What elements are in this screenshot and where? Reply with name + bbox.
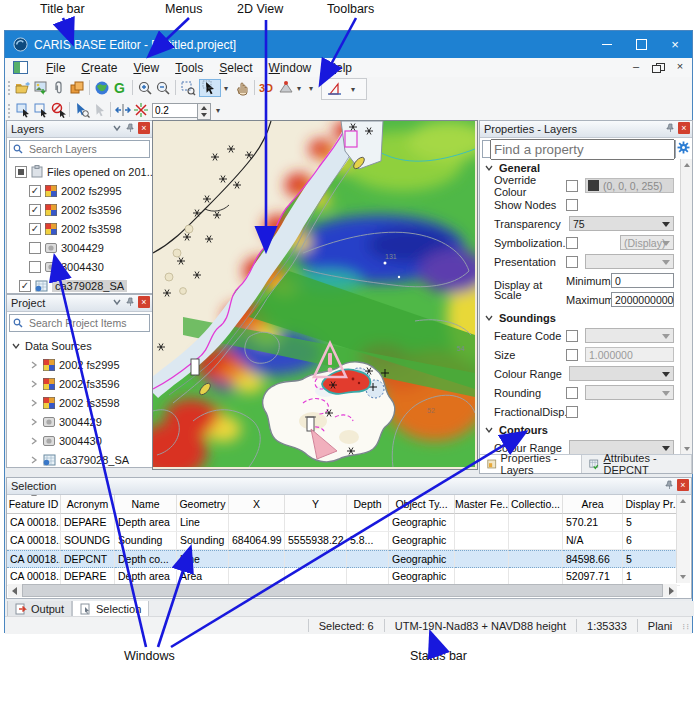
column-header[interactable]: X	[229, 495, 285, 514]
scroll-up-arrow[interactable]	[677, 495, 688, 507]
column-header[interactable]: Collectio...	[509, 495, 563, 514]
layer-row[interactable]: 3004430	[7, 257, 152, 276]
tolerance-input[interactable]	[152, 103, 200, 118]
symbolization-checkbox[interactable]	[566, 237, 578, 249]
menu-file[interactable]: File	[38, 59, 73, 77]
minimum-input[interactable]: 0	[611, 273, 674, 288]
project-item-label[interactable]: 3004430	[59, 435, 102, 447]
layer-row[interactable]: 2002 fs2995	[7, 181, 152, 200]
mdi-restore-button[interactable]	[652, 60, 664, 72]
chevron-down-icon[interactable]	[484, 425, 494, 435]
project-item-row[interactable]: 2002 fs3598	[7, 393, 152, 412]
pin-icon[interactable]	[664, 480, 674, 490]
chevron-right-icon[interactable]	[29, 379, 39, 389]
chevron-right-icon[interactable]	[29, 417, 39, 427]
menu-view[interactable]: View	[125, 59, 167, 77]
select-tool-button[interactable]	[199, 79, 221, 97]
map-2d-view[interactable]: 131 54 52	[152, 120, 478, 470]
zoom-out-button[interactable]	[154, 79, 172, 97]
scroll-up-arrow[interactable]	[681, 159, 692, 171]
project-item-label[interactable]: 2002 fs3598	[59, 397, 120, 409]
profile-tool-dropdown[interactable]: ▾	[294, 79, 304, 97]
rounding-checkbox[interactable]	[566, 387, 578, 399]
project-item-row[interactable]: 3004430	[7, 431, 152, 450]
flip-selection-button[interactable]	[114, 101, 132, 119]
fractional-checkbox[interactable]	[566, 406, 578, 418]
mdi-minimize-button[interactable]: –	[630, 60, 642, 72]
open-file-button[interactable]	[14, 79, 32, 97]
profile-tool-button[interactable]	[277, 79, 295, 97]
layer-label[interactable]: 2002 fs2995	[61, 185, 122, 197]
tab-output[interactable]: Output	[7, 601, 72, 617]
chevron-down-icon[interactable]	[484, 313, 494, 323]
pin-icon[interactable]	[125, 123, 135, 133]
toolbar2-drag-grip[interactable]	[8, 104, 13, 118]
size-input[interactable]: 1.000000	[585, 347, 674, 362]
attach-button[interactable]	[50, 79, 68, 97]
chevron-down-icon[interactable]	[484, 163, 494, 173]
chevron-right-icon[interactable]	[29, 455, 39, 465]
column-header[interactable]: Depth	[347, 495, 389, 514]
maximize-button[interactable]	[624, 31, 658, 58]
column-header[interactable]: Display Pr...	[623, 495, 680, 514]
layers-root-row[interactable]: Files opened on 201...	[7, 162, 152, 181]
layer-row-selected[interactable]: ca379028_SA	[7, 276, 152, 295]
project-item-row[interactable]: 3004429	[7, 412, 152, 431]
show-nodes-checkbox[interactable]	[566, 199, 578, 211]
mdi-document-icon[interactable]	[13, 61, 28, 74]
scrollbar-thumb[interactable]	[22, 584, 663, 597]
section-soundings[interactable]: Soundings	[480, 309, 680, 326]
scroll-left-arrow[interactable]	[8, 587, 20, 595]
zoom-area-button[interactable]	[179, 79, 197, 97]
select-tool-dropdown[interactable]: ▾	[221, 79, 231, 97]
panel-menu-icon[interactable]	[112, 123, 122, 133]
layer-checkbox[interactable]	[29, 204, 41, 216]
layer-row[interactable]: 2002 fs3596	[7, 200, 152, 219]
layer-checkbox[interactable]	[29, 242, 41, 254]
layer-label[interactable]: ca379028_SA	[52, 280, 127, 292]
column-header[interactable]: Master Fe...	[455, 495, 509, 514]
section-contours[interactable]: Contours	[480, 421, 680, 438]
3d-view-button[interactable]: 3D	[258, 79, 276, 97]
close-panel-icon[interactable]: ×	[138, 296, 150, 308]
menu-help[interactable]: Help	[319, 59, 360, 77]
property-search-box[interactable]	[482, 140, 676, 158]
import-image-button[interactable]	[32, 79, 50, 97]
tab-attributes-depcnt[interactable]: Attributes - DEPCNT	[582, 455, 692, 473]
feature-code-checkbox[interactable]	[566, 330, 578, 342]
selection-vertical-scrollbar[interactable]	[676, 495, 690, 583]
table-row-selected[interactable]: CA 00018...DEPCNTDepth co...LineGeograph…	[7, 550, 680, 568]
close-button[interactable]: ×	[658, 31, 692, 58]
presentation-checkbox[interactable]	[566, 256, 578, 268]
toolbar2-overflow-button[interactable]: ▾	[213, 101, 223, 119]
slope-tool-button[interactable]	[326, 80, 344, 98]
selection-horizontal-scrollbar[interactable]	[8, 584, 677, 597]
layers-root-label[interactable]: Files opened on 201...	[47, 166, 156, 178]
project-panel-titlebar[interactable]: Project ×	[7, 295, 152, 312]
project-item-row[interactable]: 2002 fs2995	[7, 355, 152, 374]
feature-code-dropdown[interactable]	[585, 328, 674, 343]
copy-layers-button[interactable]	[68, 79, 86, 97]
layer-checkbox[interactable]	[29, 223, 41, 235]
menu-window[interactable]: Window	[261, 59, 320, 77]
layer-label[interactable]: 2002 fs3598	[61, 223, 122, 235]
transparency-dropdown[interactable]: 75	[569, 216, 674, 231]
close-panel-icon[interactable]: ×	[138, 122, 150, 134]
chevron-down-icon[interactable]	[11, 341, 21, 351]
menu-tools[interactable]: Tools	[167, 59, 211, 77]
close-panel-icon[interactable]: ×	[678, 122, 690, 134]
properties-panel-titlebar[interactable]: Properties - Layers ×	[480, 121, 692, 138]
presentation-dropdown[interactable]	[585, 254, 674, 269]
snap-tolerance-button[interactable]	[132, 101, 150, 119]
column-header[interactable]: Acronym	[61, 495, 115, 514]
project-item-label[interactable]: 3004429	[59, 416, 102, 428]
slope-toolbar-overflow[interactable]: ▾	[348, 80, 358, 98]
column-header[interactable]: Geometry	[177, 495, 229, 514]
tab-selection[interactable]: Selection	[72, 601, 149, 617]
column-header[interactable]: Name	[115, 495, 177, 514]
panel-menu-icon[interactable]	[112, 297, 122, 307]
google-earth-button[interactable]: G	[111, 79, 129, 97]
layer-checkbox[interactable]	[19, 280, 31, 292]
pan-tool-button[interactable]	[233, 79, 251, 97]
minimize-button[interactable]	[590, 31, 624, 58]
